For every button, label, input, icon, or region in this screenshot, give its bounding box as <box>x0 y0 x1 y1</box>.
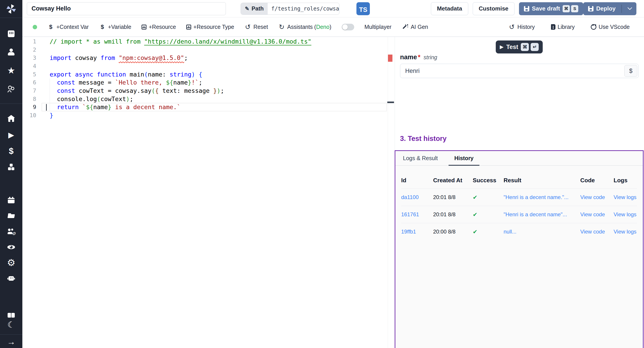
argument-name: name <box>400 54 417 61</box>
code-line[interactable]: 7 const cowText = cowsay.say({ text: mes… <box>22 86 386 95</box>
view-code-link[interactable]: View code <box>580 211 614 218</box>
play-icon: ▶ <box>500 44 504 50</box>
deno-label: Deno <box>316 24 330 30</box>
save-draft-button[interactable]: Save draft ⌘S <box>519 2 584 15</box>
add-resource-type-label: +Resource Type <box>194 24 234 30</box>
add-context-var-button[interactable]: +Context Var <box>48 24 89 30</box>
dollar-icon[interactable] <box>7 147 15 155</box>
add-variable-button[interactable]: +Variable <box>99 24 131 30</box>
line-number: 6 <box>22 79 36 86</box>
sidebar-group <box>0 30 22 93</box>
user-icon[interactable] <box>7 48 15 56</box>
path-value[interactable]: f/testing_roles/cowsa <box>268 3 339 14</box>
tab-history[interactable]: History <box>454 151 474 165</box>
code-line[interactable]: 5export async function main(name: string… <box>22 70 386 78</box>
code-line[interactable]: 8 console.log(cowText); <box>22 95 386 103</box>
check-icon <box>473 211 478 218</box>
sidebar-divider <box>0 104 22 104</box>
chevron-down-icon[interactable] <box>628 5 632 10</box>
customise-button[interactable]: Customise <box>473 2 514 15</box>
editor-toolbar: +Context Var +Variable +Resource +Resour… <box>22 18 644 37</box>
table-body: da110020:01 8/8"Henri is a decent name."… <box>401 188 637 240</box>
view-code-link[interactable]: View code <box>580 194 614 200</box>
multiplayer-toggle[interactable] <box>342 24 354 30</box>
column-header: Id <box>401 177 433 184</box>
dollar-icon <box>99 24 106 30</box>
kbd-chip: ⌘ <box>521 43 529 51</box>
history-tabs: Logs & ResultHistory <box>395 151 643 166</box>
use-vscode-button[interactable]: Use VScode <box>591 24 630 30</box>
star-icon[interactable] <box>7 66 15 74</box>
kbd-chip: S <box>571 5 578 12</box>
code-text: // import * as wmill from "https://deno.… <box>50 38 311 45</box>
users-icon[interactable] <box>7 85 15 93</box>
add-resource-type-button[interactable]: +Resource Type <box>186 24 234 30</box>
arrow-right-icon[interactable] <box>7 338 15 346</box>
reset-label: Reset <box>253 24 268 30</box>
folder-icon[interactable] <box>7 212 15 220</box>
check-icon <box>473 228 478 235</box>
view-logs-link[interactable]: View logs <box>614 211 637 218</box>
column-header: Code <box>580 177 614 184</box>
code-content[interactable]: 1// import * as wmill from "https://deno… <box>22 37 386 120</box>
view-logs-link[interactable]: View logs <box>614 228 637 235</box>
code-line[interactable]: 10} <box>22 111 386 120</box>
script-title-input[interactable] <box>27 2 226 15</box>
building-icon[interactable] <box>7 30 15 38</box>
pencil-icon: ✎ <box>245 6 249 12</box>
moon-icon[interactable] <box>7 321 15 329</box>
rotate-ccw-icon <box>244 24 251 30</box>
book-icon[interactable] <box>7 311 15 319</box>
code-editor[interactable]: 1// import * as wmill from "https://deno… <box>22 37 395 348</box>
code-line[interactable]: 3import cowsay from "npm:cowsay@1.5.0"; <box>22 54 386 62</box>
eye-icon[interactable] <box>7 243 15 251</box>
insert-variable-button[interactable]: $ <box>624 65 637 77</box>
code-line[interactable]: 6 const message = `Hello there, ${name}!… <box>22 78 386 86</box>
path-button[interactable]: ✎ Path f/testing_roles/cowsa <box>240 3 340 15</box>
windmill-logo[interactable] <box>0 0 22 18</box>
name-argument-input[interactable] <box>400 64 639 78</box>
assistants-button[interactable]: Assistants (Deno) <box>278 24 331 30</box>
tab-logs-result[interactable]: Logs & Result <box>403 151 438 165</box>
cubes-icon[interactable] <box>7 163 15 171</box>
table-row: 19ffb120:00 8/8null...View codeView logs <box>401 223 637 240</box>
book-icon <box>551 24 556 30</box>
path-chip[interactable]: ✎ Path <box>241 3 268 14</box>
test-button[interactable]: ▶ Test ⌘↵ <box>496 40 543 54</box>
view-logs-link[interactable]: View logs <box>614 194 637 200</box>
code-line[interactable]: 1// import * as wmill from "https://deno… <box>22 37 386 46</box>
main-area: 1// import * as wmill from "https://deno… <box>22 37 644 348</box>
gear-icon[interactable] <box>7 259 15 267</box>
run-id-link[interactable]: 161761 <box>401 211 433 218</box>
deploy-label: Deploy <box>596 5 616 12</box>
calendar-icon[interactable] <box>7 196 15 204</box>
run-id-link[interactable]: da1100 <box>401 194 433 200</box>
view-code-link[interactable]: View code <box>580 228 614 235</box>
result-link[interactable]: "Henri is a decent name"... <box>504 211 580 218</box>
add-resource-label: +Resource <box>149 24 176 30</box>
sidebar-bottom <box>0 311 22 348</box>
reset-button[interactable]: Reset <box>244 24 268 30</box>
home-icon[interactable] <box>7 115 15 123</box>
run-id-link[interactable]: 19ffb1 <box>401 228 433 235</box>
library-label: Library <box>558 24 575 30</box>
deploy-save-icon <box>588 6 594 12</box>
result-link[interactable]: "Henri is a decent name."... <box>504 194 580 200</box>
history-button[interactable]: History <box>508 24 535 30</box>
users-gear-icon[interactable] <box>7 228 15 236</box>
robot-icon[interactable] <box>7 274 15 282</box>
library-button[interactable]: Library <box>551 24 575 30</box>
success-cell <box>473 194 504 200</box>
ai-gen-button[interactable]: AI Gen <box>402 24 428 30</box>
play-icon[interactable] <box>7 131 15 139</box>
code-line[interactable]: 2 <box>22 46 386 54</box>
toolbar-right: History Library Use VScode <box>508 24 644 30</box>
code-line[interactable]: 9 return `${name} is a decent name.` <box>22 103 386 112</box>
sidebar-group <box>0 196 22 282</box>
add-resource-button[interactable]: +Resource <box>142 24 176 30</box>
metadata-button[interactable]: Metadata <box>431 2 468 15</box>
assistants-label: Assistants (Deno) <box>287 24 331 30</box>
deploy-button[interactable]: Deploy <box>583 2 636 15</box>
code-line[interactable]: 4 <box>22 62 386 70</box>
result-link[interactable]: null... <box>504 228 580 235</box>
